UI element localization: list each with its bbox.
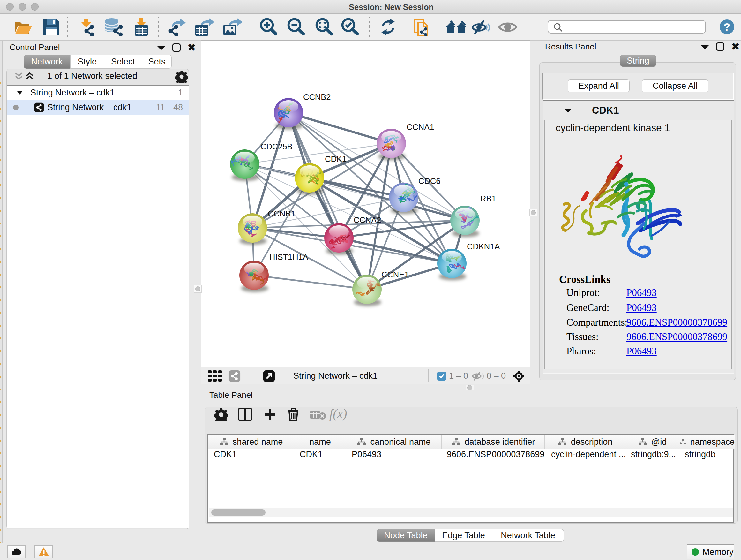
svg-text:CDC6: CDC6 <box>418 177 441 186</box>
svg-text:CCNB2: CCNB2 <box>303 92 331 102</box>
svg-text:RB1: RB1 <box>480 194 496 203</box>
svg-text:CDKN1A: CDKN1A <box>467 242 500 251</box>
svg-text:CCNB1: CCNB1 <box>268 209 295 218</box>
svg-text:CDC25B: CDC25B <box>260 142 293 151</box>
svg-text:CDK1: CDK1 <box>325 154 347 164</box>
svg-text:HIST1H1A: HIST1H1A <box>269 253 308 261</box>
svg-text:CCNE1: CCNE1 <box>381 270 409 279</box>
svg-text:CCNA2: CCNA2 <box>354 215 381 225</box>
svg-text:CCNA1: CCNA1 <box>407 123 434 132</box>
